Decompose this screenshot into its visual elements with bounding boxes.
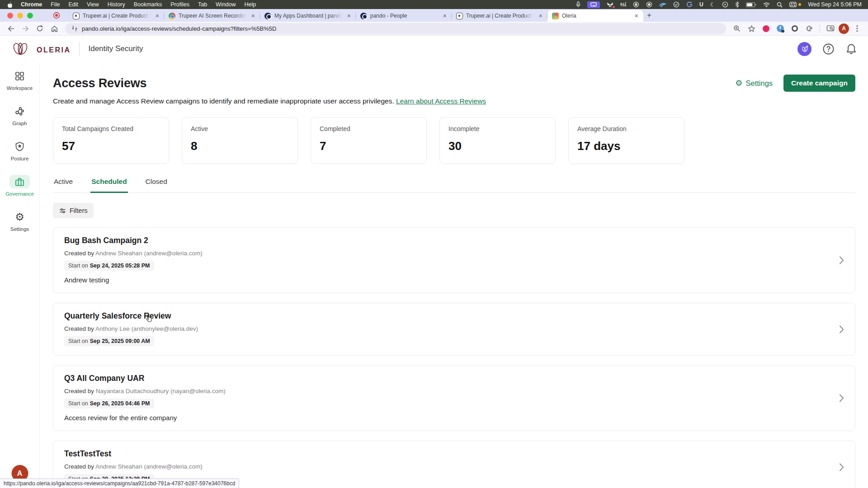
menu-item-file[interactable]: File (51, 1, 60, 8)
browser-profile-avatar[interactable]: A (839, 23, 849, 34)
camera-app-icon[interactable] (646, 1, 652, 8)
new-tab-button[interactable]: + (643, 9, 655, 21)
bluetooth-icon[interactable] (735, 1, 739, 8)
browser-tab-apps-dashboard[interactable]: My Apps Dashboard | pando × (260, 10, 356, 22)
sidebar-item-settings[interactable]: ⚙ Settings (10, 210, 29, 232)
filters-sliders-icon (59, 207, 66, 214)
menu-item-edit[interactable]: Edit (68, 1, 78, 8)
sidebar-item-label: Posture (11, 156, 29, 161)
menu-item-bookmarks[interactable]: Bookmarks (134, 1, 162, 8)
forward-button[interactable] (19, 23, 32, 34)
close-window-button[interactable] (7, 13, 13, 19)
spotlight-search-icon[interactable] (777, 1, 783, 8)
butterfly-app-icon[interactable] (607, 1, 613, 8)
campaign-card-bug-bash[interactable]: Bug Bash Campaign 2 Created by Andrew Sh… (53, 227, 855, 293)
status-bar-link-preview: https://pando.oleria.io/iga/access-revie… (0, 479, 239, 488)
tab-recording-indicator-icon[interactable] (41, 12, 68, 19)
menu-item-history[interactable]: History (108, 1, 125, 8)
menu-item-view[interactable]: View (87, 1, 99, 8)
menu-item-profiles[interactable]: Profiles (170, 1, 189, 8)
campaign-list: Bug Bash Campaign 2 Created by Andrew Sh… (53, 227, 855, 488)
swoosh-app-icon[interactable] (659, 1, 666, 8)
tab-closed[interactable]: Closed (145, 178, 168, 193)
create-campaign-button[interactable]: Create campaign (783, 75, 855, 92)
browser-tab-oleria-active[interactable]: Oleria × (547, 10, 643, 22)
sidebar-item-governance[interactable]: Governance (5, 175, 34, 197)
reload-button[interactable] (33, 23, 46, 34)
recording-extension-icon[interactable] (760, 23, 772, 34)
tab-close-icon[interactable]: × (250, 12, 256, 19)
privacy-lock-icon[interactable] (633, 1, 639, 8)
oleria-logo-icon[interactable] (11, 41, 30, 57)
apple-logo-icon[interactable] (6, 1, 12, 8)
campaign-name[interactable]: TestTestTest (64, 449, 828, 459)
gear-icon: ⚙ (735, 79, 742, 87)
tab-close-icon[interactable]: × (346, 12, 352, 19)
keyboard-settings-icon[interactable] (620, 1, 626, 8)
check-circle-icon[interactable] (673, 1, 679, 8)
learn-about-access-reviews-link[interactable]: Learn about Access Reviews (396, 97, 486, 105)
play-circle-icon[interactable] (722, 1, 728, 8)
tab-active[interactable]: Active (53, 178, 74, 193)
brand-wordmark[interactable]: oleria (37, 43, 71, 55)
browser-tab-strip: Trupeer.ai | Create Product V × Trupeer … (0, 9, 868, 22)
stats-row: Total Campaigns Created 57 Active 8 Comp… (53, 117, 855, 164)
campaign-name[interactable]: Q3 All Company UAR (64, 374, 828, 383)
oleria-favicon (552, 13, 559, 19)
u-status-icon[interactable]: U (699, 1, 703, 8)
menu-bar-clock[interactable]: Wed Sep 24 5:06 PM (808, 1, 862, 8)
browser-tab-pando-people[interactable]: pando - People × (356, 10, 452, 22)
bookmark-star-icon[interactable] (745, 23, 758, 34)
tab-scheduled[interactable]: Scheduled (90, 178, 127, 193)
maximize-window-button[interactable] (27, 13, 33, 19)
filters-button[interactable]: Filters (53, 203, 94, 218)
menu-item-tab[interactable]: Tab (198, 1, 207, 8)
address-bar[interactable]: pando.oleria.io/iga/access-reviews/sched… (65, 23, 726, 34)
chevron-right-icon[interactable] (839, 256, 844, 265)
stat-card-active: Active 8 (182, 117, 298, 164)
campaign-name[interactable]: Quarterly Salesforce Review (64, 311, 828, 321)
campaign-card-quarterly-salesforce[interactable]: Quarterly Salesforce Review Created by A… (53, 303, 855, 356)
tab-close-icon[interactable]: × (538, 12, 544, 19)
home-button[interactable] (48, 23, 61, 34)
sidebar-item-workspace[interactable]: Workspace (7, 69, 33, 91)
tab-close-icon[interactable]: × (442, 12, 448, 19)
wifi-icon[interactable] (763, 1, 770, 8)
ai-assistant-button[interactable] (797, 42, 811, 56)
screen-sharing-indicator-icon[interactable] (587, 1, 600, 8)
extensions-puzzle-icon[interactable] (803, 23, 816, 34)
browser-tab-trupeer-1[interactable]: Trupeer.ai | Create Product V × (68, 10, 164, 22)
chevron-right-icon[interactable] (839, 394, 844, 403)
chevron-right-icon[interactable] (839, 325, 844, 333)
sidebar-item-label: Governance (5, 191, 34, 197)
minimize-window-button[interactable] (17, 13, 23, 19)
microphone-icon[interactable] (576, 1, 580, 8)
site-settings-icon[interactable] (71, 25, 78, 32)
sidebar-item-graph[interactable]: Graph (9, 104, 30, 126)
g-status-icon[interactable] (686, 1, 693, 8)
help-icon[interactable] (822, 43, 835, 55)
browser-tab-trupeer-2[interactable]: Trupeer.ai | Create Product V × (452, 10, 547, 22)
campaign-card-q3-all-company[interactable]: Q3 All Company UAR Created by Nayantara … (53, 365, 855, 431)
control-center-icon[interactable] (789, 1, 801, 8)
kebab-menu-icon[interactable] (851, 23, 863, 34)
zoom-page-icon[interactable] (731, 23, 743, 34)
focus-moon-icon[interactable]: ☾ (710, 1, 716, 8)
access-reviews-settings-link[interactable]: ⚙ Settings (735, 79, 773, 88)
menu-item-window[interactable]: Window (216, 1, 236, 8)
notifications-bell-icon[interactable] (845, 43, 857, 55)
browser-tab-screen-recorder[interactable]: Trupeer AI Screen Recorder × (164, 10, 260, 22)
menu-item-chrome[interactable]: Chrome (21, 1, 42, 8)
pando-extension-icon[interactable] (788, 23, 801, 34)
tab-close-icon[interactable]: × (633, 12, 640, 19)
menu-item-help[interactable]: Help (245, 1, 256, 8)
campaign-name[interactable]: Bug Bash Campaign 2 (64, 236, 828, 245)
timer-extension-icon[interactable] (774, 23, 787, 34)
sidebar-item-label: Graph (13, 121, 27, 126)
tab-close-icon[interactable]: × (154, 12, 160, 19)
url-text[interactable]: pando.oleria.io/iga/access-reviews/sched… (82, 25, 276, 32)
sidebar-item-posture[interactable]: Posture (9, 140, 30, 161)
side-panel-icon[interactable] (824, 23, 837, 34)
chevron-right-icon[interactable] (839, 463, 844, 471)
back-button[interactable] (5, 23, 17, 34)
